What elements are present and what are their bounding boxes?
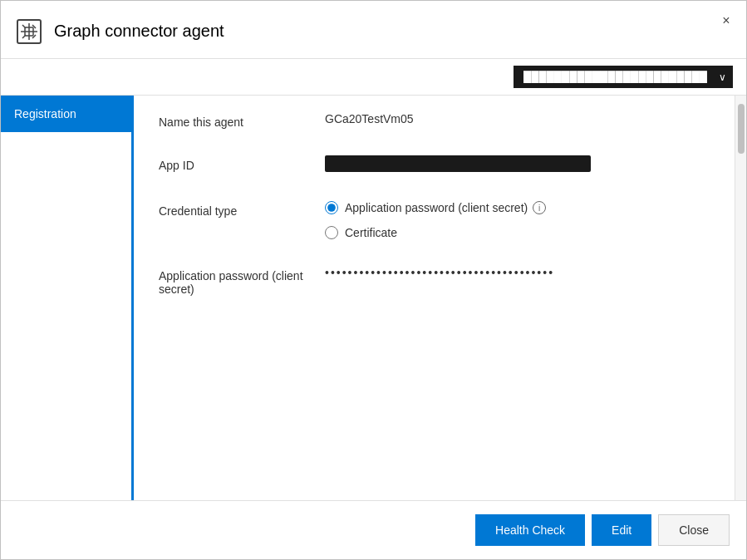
form-row-name: Name this agent GCa20TestVm05 <box>159 112 710 129</box>
edit-button[interactable]: Edit <box>592 514 651 546</box>
label-appid: App ID <box>159 155 325 172</box>
value-name: GCa20TestVm05 <box>325 112 710 125</box>
content-area: Registration Name this agent GCa20TestVm… <box>1 96 746 500</box>
app-icon <box>14 17 44 47</box>
radio-option-app-password[interactable]: Application password (client secret) i <box>325 201 710 214</box>
radio-certificate-label: Certificate <box>345 226 397 239</box>
health-check-button[interactable]: Health Check <box>475 514 585 546</box>
value-password: •••••••••••••••••••••••••••••••••••••••• <box>325 266 710 279</box>
form-row-credential: Credential type Application password (cl… <box>159 201 710 239</box>
close-button[interactable]: Close <box>658 514 730 546</box>
sidebar: Registration <box>1 96 134 500</box>
label-password: Application password (client secret) <box>159 266 325 296</box>
main-content: Name this agent GCa20TestVm05 App ID Cre… <box>134 96 735 500</box>
app-id-masked <box>325 155 591 172</box>
value-appid <box>325 155 710 174</box>
radio-certificate[interactable] <box>325 226 338 239</box>
scrollbar-thumb[interactable] <box>738 104 745 154</box>
agent-dropdown[interactable]: ████████████████████████ <box>514 66 733 88</box>
form-row-password: Application password (client secret) •••… <box>159 266 710 296</box>
radio-option-certificate[interactable]: Certificate <box>325 226 710 239</box>
footer: Health Check Edit Close <box>1 500 746 559</box>
sidebar-item-registration[interactable]: Registration <box>1 96 131 132</box>
window-title: Graph connector agent <box>54 22 224 41</box>
main-window: Graph connector agent × ████████████████… <box>0 0 747 560</box>
radio-app-password-label: Application password (client secret) i <box>345 201 546 214</box>
radio-app-password[interactable] <box>325 201 338 214</box>
info-icon-app-password[interactable]: i <box>533 201 546 214</box>
title-bar: Graph connector agent × <box>1 1 746 59</box>
window-close-button[interactable]: × <box>715 9 738 32</box>
label-credential: Credential type <box>159 201 325 218</box>
dropdown-bar: ████████████████████████ ∨ <box>1 59 746 96</box>
label-name: Name this agent <box>159 112 325 129</box>
form-row-appid: App ID <box>159 155 710 174</box>
agent-dropdown-wrapper: ████████████████████████ ∨ <box>514 66 733 88</box>
scrollbar-track[interactable] <box>735 96 746 500</box>
value-credential: Application password (client secret) i C… <box>325 201 710 239</box>
credential-radio-group: Application password (client secret) i C… <box>325 201 710 239</box>
password-dots: •••••••••••••••••••••••••••••••••••••••• <box>325 266 554 279</box>
